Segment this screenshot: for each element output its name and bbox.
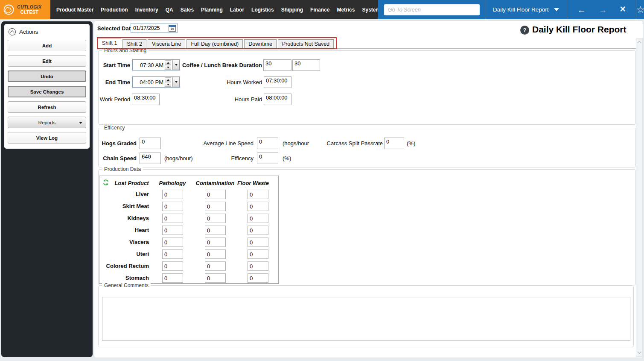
work-period-input[interactable] xyxy=(132,94,160,105)
chain-speed-input[interactable] xyxy=(140,153,161,164)
tab-shift-1[interactable]: Shift 1 xyxy=(98,38,121,48)
tab-viscera-line[interactable]: Viscera Line xyxy=(148,39,186,48)
hours-worked-input[interactable] xyxy=(264,76,291,88)
forward-icon[interactable]: → xyxy=(599,6,607,14)
tab-downtime[interactable]: Downtime xyxy=(244,39,277,48)
add-button[interactable]: Add xyxy=(8,40,86,51)
production-input[interactable] xyxy=(205,238,226,247)
menu-finance[interactable]: Finance xyxy=(310,7,329,13)
view-log-button[interactable]: View Log xyxy=(8,132,86,144)
tab-shift-2[interactable]: Shift 2 xyxy=(122,39,146,48)
scroll-up-icon[interactable] xyxy=(636,39,642,46)
production-input[interactable] xyxy=(248,226,268,235)
end-time-value[interactable]: 04:00 PM xyxy=(133,77,165,87)
avg-line-speed-input[interactable] xyxy=(257,138,278,149)
edit-button[interactable]: Edit xyxy=(8,55,86,67)
break-duration-label: Coffee / Lunch Break Duration xyxy=(163,59,262,71)
production-input[interactable] xyxy=(205,226,226,235)
carcass-split-label: Carcass Split Passrate xyxy=(321,138,383,149)
start-time-value[interactable]: 07:30 AM xyxy=(133,60,165,70)
menu-system[interactable]: System xyxy=(362,7,378,13)
production-input[interactable] xyxy=(248,190,268,199)
production-input[interactable] xyxy=(248,273,268,283)
efficency-unit: (%) xyxy=(283,153,291,164)
reports-dropdown-button[interactable]: Reports xyxy=(8,117,86,128)
menu-product-master[interactable]: Product Master xyxy=(56,7,93,13)
production-input[interactable] xyxy=(162,249,183,259)
menu-inventory[interactable]: Inventory xyxy=(135,7,158,13)
favorite-star-icon[interactable]: ☆ xyxy=(636,4,644,15)
go-to-screen-input[interactable] xyxy=(384,4,480,15)
production-input[interactable] xyxy=(205,273,226,283)
general-comments-group: General Comments xyxy=(98,285,634,347)
hogs-graded-input[interactable] xyxy=(140,138,161,149)
production-table: Lost Product Pathology Contamination Flo… xyxy=(99,176,279,284)
main-content-panel: Selected Date 15 ? Daily Kill Floor Repo… xyxy=(94,21,643,358)
efficency-input[interactable] xyxy=(257,153,278,164)
production-input[interactable] xyxy=(205,202,226,211)
scroll-down-icon[interactable] xyxy=(636,349,642,355)
save-changes-button[interactable]: Save Changes xyxy=(8,86,86,97)
tab-full-day-combined[interactable]: Full Day (combined) xyxy=(186,39,243,48)
tab-products-not-saved[interactable]: Products Not Saved xyxy=(278,39,334,48)
time-dropdown-button[interactable] xyxy=(172,77,180,87)
menu-logistics[interactable]: Logistics xyxy=(251,7,274,13)
row-label-heart: Heart xyxy=(99,226,149,235)
refresh-button[interactable]: Refresh xyxy=(8,101,86,113)
end-time-picker: 04:00 PM xyxy=(132,76,180,88)
reports-label: Reports xyxy=(38,120,55,125)
production-input[interactable] xyxy=(248,261,268,271)
production-input[interactable] xyxy=(162,273,183,283)
lunch-break-input[interactable] xyxy=(292,59,320,71)
production-input[interactable] xyxy=(205,249,226,259)
production-input[interactable] xyxy=(248,238,268,247)
calendar-icon[interactable]: 15 xyxy=(169,25,176,32)
production-input[interactable] xyxy=(205,190,226,199)
help-icon[interactable]: ? xyxy=(520,26,529,35)
production-input[interactable] xyxy=(248,249,268,259)
coffee-break-input[interactable] xyxy=(263,59,291,71)
menu-production[interactable]: Production xyxy=(101,7,128,13)
toolbar-blue-zone: Daily Kill Floor Report ← → × ☆ xyxy=(378,0,644,19)
undo-button[interactable]: Undo xyxy=(8,70,86,82)
production-input[interactable] xyxy=(162,261,183,271)
col-pathology: Pathology xyxy=(155,180,189,186)
general-comments-textarea[interactable] xyxy=(102,297,630,341)
menu-metrics[interactable]: Metrics xyxy=(337,7,355,13)
screen-selector-dropdown[interactable]: Daily Kill Floor Report xyxy=(486,6,567,13)
back-icon[interactable]: ← xyxy=(577,6,586,14)
environment-name: CLTEST xyxy=(20,9,38,15)
menu-sales[interactable]: Sales xyxy=(181,7,194,13)
selected-date-input[interactable] xyxy=(131,25,169,31)
production-input[interactable] xyxy=(205,214,226,223)
actions-panel: Actions Add Edit Undo Save Changes Refre… xyxy=(4,24,90,149)
production-input[interactable] xyxy=(162,226,183,235)
production-input[interactable] xyxy=(162,214,183,223)
main-menu: Product Master Production Inventory QA S… xyxy=(50,0,378,19)
close-icon[interactable]: × xyxy=(620,4,626,14)
brain-logo-icon xyxy=(3,4,15,15)
refresh-icon[interactable] xyxy=(102,179,109,186)
production-input[interactable] xyxy=(162,190,183,199)
menu-planning[interactable]: Planning xyxy=(201,7,223,13)
menu-labor[interactable]: Labor xyxy=(230,7,244,13)
production-input[interactable] xyxy=(248,214,268,223)
actions-panel-title: Actions xyxy=(19,29,38,35)
carcass-split-input[interactable] xyxy=(384,138,404,149)
spin-up-button[interactable] xyxy=(165,77,171,82)
hours-paid-input[interactable] xyxy=(264,94,291,105)
menu-qa[interactable]: QA xyxy=(166,7,173,13)
production-input[interactable] xyxy=(205,261,226,271)
chain-speed-label: Chain Speed xyxy=(99,153,137,164)
spin-down-button[interactable] xyxy=(165,82,171,87)
production-input[interactable] xyxy=(162,238,183,247)
production-input[interactable] xyxy=(248,202,268,211)
row-label-liver: Liver xyxy=(99,190,149,199)
collapse-panel-icon[interactable] xyxy=(9,28,16,35)
menu-shipping[interactable]: Shipping xyxy=(281,7,303,13)
hours-staffing-group: Hours and Staffing Start Time 07:30 AM C… xyxy=(98,50,636,125)
selected-date-label: Selected Date xyxy=(97,25,134,32)
row-label-colored-rectum: Colored Rectum xyxy=(99,261,149,271)
vertical-scrollbar[interactable] xyxy=(636,38,643,357)
production-input[interactable] xyxy=(162,202,183,211)
